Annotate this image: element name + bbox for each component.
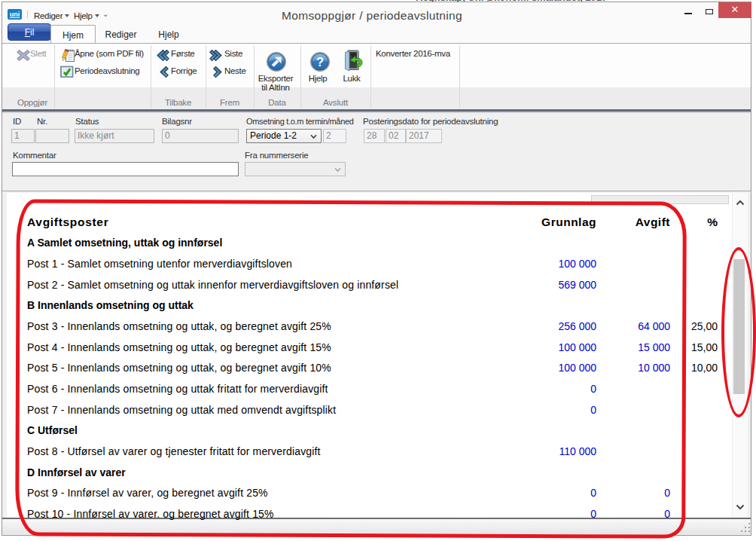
svg-text:?: ? <box>316 55 324 69</box>
